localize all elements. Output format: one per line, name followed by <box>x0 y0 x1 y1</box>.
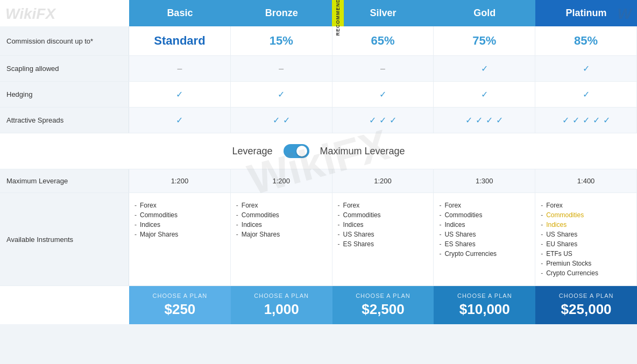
list-item: Indices <box>236 220 327 230</box>
instruments-gold: Forex Commodities Indices US Shares ES S… <box>434 193 535 286</box>
list-item: Commodities <box>135 210 225 220</box>
instruments-gold-list: Forex Commodities Indices US Shares ES S… <box>439 201 529 259</box>
list-item: US Shares <box>338 230 428 239</box>
list-item: Indices <box>135 220 225 230</box>
max-leverage-bronze: 1:200 <box>231 169 332 192</box>
check-1: ✓ <box>176 115 183 125</box>
list-item: Forex <box>135 201 225 210</box>
spreads-gold: ✓ ✓ ✓ ✓ <box>434 108 535 133</box>
cta-bronze-label: CHOOSE A PLAN <box>254 292 309 299</box>
spreads-gold-checks: ✓ ✓ ✓ ✓ <box>465 115 503 125</box>
list-item: Commodities <box>439 210 529 220</box>
cta-basic-label: CHOOSE A PLAN <box>153 292 208 299</box>
list-item: Forex <box>439 201 529 210</box>
list-item: Premiun Stocks <box>541 259 631 268</box>
instruments-silver: Forex Commodities Indices US Shares ES S… <box>332 193 434 286</box>
header-gold: Gold <box>434 0 535 26</box>
spreads-row: Attractive Spreads ✓ ✓ ✓ ✓ ✓ ✓ ✓ ✓ ✓ <box>0 108 637 133</box>
hedging-platinum: ✓ <box>535 82 637 107</box>
list-item: EU Shares <box>541 239 631 249</box>
check-3: ✓ <box>486 115 493 125</box>
check-3: ✓ <box>583 115 590 125</box>
scalping-row: Scapling allowed – – – ✓ ✓ <box>0 56 637 82</box>
spreads-silver: ✓ ✓ ✓ <box>332 108 434 133</box>
header-bronze: Bronze <box>231 0 332 26</box>
list-item: US Shares <box>541 230 631 239</box>
leverage-section: Leverage Maximum Leverage <box>0 133 637 169</box>
list-item: ES Shares <box>338 239 428 249</box>
header-silver: RECOMMENDED Silver <box>332 0 434 26</box>
list-item: US Shares <box>439 230 529 239</box>
check-4: ✓ <box>593 115 600 125</box>
hedging-gold: ✓ <box>434 82 535 107</box>
hedging-label: Hedging <box>0 82 129 107</box>
check-2: ✓ <box>379 115 386 125</box>
hedging-basic: ✓ <box>129 82 231 107</box>
list-item: Commodities <box>236 210 327 220</box>
instruments-silver-list: Forex Commodities Indices US Shares ES S… <box>338 201 428 249</box>
header-basic: Basic <box>129 0 231 26</box>
header-empty <box>0 0 129 26</box>
instruments-platinum: Forex Commodities Indices US Shares EU S… <box>535 193 637 286</box>
check-3: ✓ <box>390 115 397 125</box>
instruments-basic-list: Forex Commodities Indices Major Shares <box>135 201 225 239</box>
max-leverage-platinum: 1:400 <box>535 169 637 192</box>
spreads-bronze: ✓ ✓ <box>231 108 332 133</box>
commission-row: Commission discount up to* Standard 15% … <box>0 26 637 56</box>
spreads-platinum: ✓ ✓ ✓ ✓ ✓ <box>535 108 637 133</box>
cta-basic-amount: $250 <box>164 301 195 318</box>
check-1: ✓ <box>465 115 472 125</box>
instruments-row: Available Instruments Forex Commodities … <box>0 193 637 286</box>
max-leverage-silver: 1:200 <box>332 169 434 192</box>
list-item: Major Shares <box>135 230 225 239</box>
list-item: Forex <box>236 201 327 210</box>
max-leverage-label: Maximum Leverage <box>0 169 129 192</box>
list-item: Indices <box>541 220 631 230</box>
instruments-platinum-list: Forex Commodities Indices US Shares EU S… <box>541 201 631 278</box>
recommended-text: RECOMMENDED <box>335 0 341 35</box>
max-leverage-row: Maximum Leverage 1:200 1:200 1:200 1:300… <box>0 169 637 193</box>
leverage-left-label: Leverage <box>232 146 272 157</box>
scalping-gold: ✓ <box>434 56 535 81</box>
commission-silver: 65% <box>332 26 434 55</box>
check-1: ✓ <box>562 115 569 125</box>
scalping-platinum: ✓ <box>535 56 637 81</box>
hedging-bronze: ✓ <box>231 82 332 107</box>
list-item: Commodities <box>338 210 428 220</box>
scalping-bronze: – <box>231 56 332 81</box>
cta-platinum[interactable]: CHOOSE A PLAN $25,000 <box>535 286 637 324</box>
leverage-toggle[interactable] <box>284 144 309 158</box>
list-item: Major Shares <box>236 230 327 239</box>
cta-bronze[interactable]: CHOOSE A PLAN 1,000 <box>231 286 332 324</box>
commission-label: Commission discount up to* <box>0 26 129 55</box>
spreads-basic: ✓ <box>129 108 231 133</box>
hedging-silver: ✓ <box>332 82 434 107</box>
commission-gold: 75% <box>434 26 535 55</box>
cta-gold[interactable]: CHOOSE A PLAN $10,000 <box>434 286 535 324</box>
recommended-badge: RECOMMENDED <box>332 0 344 26</box>
check-2: ✓ <box>572 115 579 125</box>
commission-basic: Standard <box>129 26 231 55</box>
header-row: Basic Bronze RECOMMENDED Silver Gold Pla… <box>0 0 637 26</box>
page-container: WikiFX W WikiFX Basic Bronze RECOMMENDED… <box>0 0 637 324</box>
leverage-right-label: Maximum Leverage <box>320 146 405 157</box>
cta-silver[interactable]: CHOOSE A PLAN $2,500 <box>332 286 434 324</box>
list-item: Forex <box>338 201 428 210</box>
cta-platinum-amount: $25,000 <box>561 301 612 318</box>
cta-gold-amount: $10,000 <box>459 301 510 318</box>
hedging-row: Hedging ✓ ✓ ✓ ✓ ✓ <box>0 82 637 108</box>
cta-basic[interactable]: CHOOSE A PLAN $250 <box>129 286 231 324</box>
check-1: ✓ <box>369 115 376 125</box>
list-item: Crypto Currencies <box>541 268 631 278</box>
spreads-bronze-checks: ✓ ✓ <box>273 115 290 125</box>
header-platinum: Platinum <box>535 0 637 26</box>
instruments-basic: Forex Commodities Indices Major Shares <box>129 193 231 286</box>
commission-bronze: 15% <box>231 26 332 55</box>
leverage-toggle-wrapper <box>284 144 309 158</box>
spreads-silver-checks: ✓ ✓ ✓ <box>369 115 397 125</box>
list-item: Indices <box>338 220 428 230</box>
list-item: Crypto Currencies <box>439 249 529 259</box>
list-item: Commodities <box>541 210 631 220</box>
list-item: Indices <box>439 220 529 230</box>
cta-silver-label: CHOOSE A PLAN <box>356 292 410 299</box>
